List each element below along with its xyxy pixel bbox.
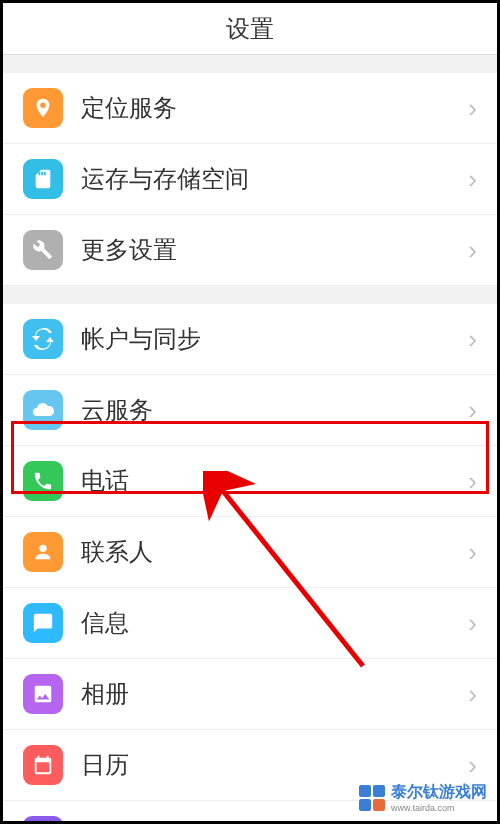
chevron-right-icon: › xyxy=(468,821,477,825)
section-gap xyxy=(3,55,497,73)
item-label: 更多设置 xyxy=(81,234,468,266)
watermark-url: www.tairda.com xyxy=(391,803,487,813)
page-title: 设置 xyxy=(226,13,274,45)
calendar-icon xyxy=(23,745,63,785)
wrench-icon xyxy=(23,230,63,270)
chevron-right-icon: › xyxy=(468,466,477,497)
watermark: 泰尔钛游戏网 www.tairda.com xyxy=(357,782,487,813)
chevron-right-icon: › xyxy=(468,679,477,710)
chevron-right-icon: › xyxy=(468,537,477,568)
chevron-right-icon: › xyxy=(468,164,477,195)
settings-item-account[interactable]: 帐户与同步 › xyxy=(3,304,497,375)
watermark-logo-icon xyxy=(357,783,387,813)
mic-icon xyxy=(23,816,63,824)
settings-item-cloud[interactable]: 云服务 › xyxy=(3,375,497,446)
item-label: 帐户与同步 xyxy=(81,323,468,355)
item-label: 电话 xyxy=(81,465,468,497)
chevron-right-icon: › xyxy=(468,235,477,266)
svg-rect-1 xyxy=(359,785,371,797)
location-icon xyxy=(23,88,63,128)
photo-icon xyxy=(23,674,63,714)
svg-rect-4 xyxy=(373,799,385,811)
chevron-right-icon: › xyxy=(468,93,477,124)
settings-item-more[interactable]: 更多设置 › xyxy=(3,215,497,286)
header: 设置 xyxy=(3,3,497,55)
settings-item-location[interactable]: 定位服务 › xyxy=(3,73,497,144)
svg-rect-2 xyxy=(373,785,385,797)
svg-rect-3 xyxy=(359,799,371,811)
item-label: 相册 xyxy=(81,678,468,710)
chevron-right-icon: › xyxy=(468,395,477,426)
section-gap xyxy=(3,286,497,304)
item-label: 日历 xyxy=(81,749,468,781)
chevron-right-icon: › xyxy=(468,750,477,781)
chevron-right-icon: › xyxy=(468,324,477,355)
item-label: 定位服务 xyxy=(81,92,468,124)
item-label: 运存与存储空间 xyxy=(81,163,468,195)
settings-item-storage[interactable]: 运存与存储空间 › xyxy=(3,144,497,215)
message-icon xyxy=(23,603,63,643)
item-label: 信息 xyxy=(81,607,468,639)
contact-icon xyxy=(23,532,63,572)
item-label: 联系人 xyxy=(81,536,468,568)
settings-item-messages[interactable]: 信息 › xyxy=(3,588,497,659)
item-label: 云服务 xyxy=(81,394,468,426)
watermark-brand: 泰尔钛游戏网 xyxy=(391,782,487,803)
chevron-right-icon: › xyxy=(468,608,477,639)
settings-item-phone[interactable]: 电话 › xyxy=(3,446,497,517)
phone-icon xyxy=(23,461,63,501)
sync-icon xyxy=(23,319,63,359)
settings-item-contacts[interactable]: 联系人 › xyxy=(3,517,497,588)
cloud-icon xyxy=(23,390,63,430)
sd-icon xyxy=(23,159,63,199)
settings-item-album[interactable]: 相册 › xyxy=(3,659,497,730)
